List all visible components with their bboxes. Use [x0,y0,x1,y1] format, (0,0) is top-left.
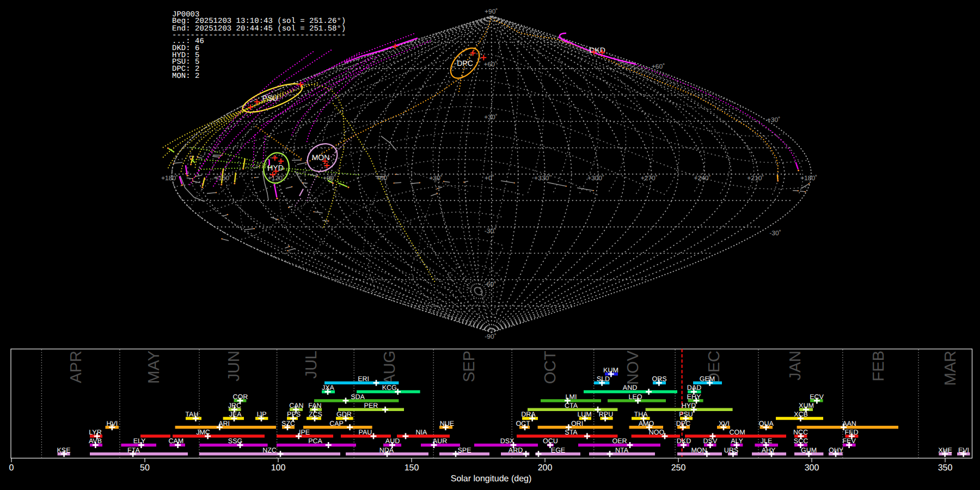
svg-text:FEB: FEB [870,351,887,381]
svg-text:+210˚: +210˚ [747,174,764,182]
svg-text:+0˚: +0˚ [485,174,494,182]
svg-text:50: 50 [140,463,150,473]
svg-text:300: 300 [805,463,819,473]
svg-text:+60˚: +60˚ [652,63,665,70]
svg-text:DRA: DRA [521,411,536,418]
svg-text:KCG: KCG [382,384,397,391]
svg-text:AUG: AUG [381,351,399,385]
svg-text:350: 350 [938,463,953,473]
svg-text:CAN: CAN [289,402,303,409]
svg-text:NDA: NDA [379,446,394,454]
svg-text:DPC: DPC [457,59,473,68]
svg-text:JRC: JRC [228,402,241,409]
svg-text:MAR: MAR [942,351,959,385]
svg-text:+300˚: +300˚ [587,174,604,182]
svg-text:SEP: SEP [461,351,478,382]
svg-text:JEA: JEA [229,411,242,418]
svg-text:PPS: PPS [287,411,301,418]
svg-text:JLE: JLE [761,437,773,445]
svg-text:ORI: ORI [571,420,583,427]
svg-text:-90˚: -90˚ [485,333,496,340]
svg-text:KSE: KSE [57,446,70,454]
svg-text:+90˚: +90˚ [323,174,336,182]
svg-text:LYR: LYR [89,428,101,436]
svg-text:DSX: DSX [500,437,514,445]
svg-text:EGE: EGE [551,446,565,454]
svg-text:NOO: NOO [649,428,665,436]
svg-text:200: 200 [538,463,553,473]
svg-text:+90˚: +90˚ [485,8,498,15]
svg-text:ALY: ALY [731,437,743,445]
svg-text:100: 100 [271,463,286,473]
svg-text:SCC: SCC [794,437,808,445]
svg-text:CTA: CTA [565,402,578,409]
svg-text:SPE: SPE [457,446,471,454]
svg-text:CAM: CAM [169,437,184,445]
svg-text:AVB: AVB [89,437,102,445]
svg-text:DKD: DKD [589,46,605,54]
svg-text:-30˚: -30˚ [485,227,496,235]
svg-text:THA: THA [634,411,648,418]
svg-text:OCU: OCU [543,437,558,445]
svg-text:AMO: AMO [639,420,654,427]
svg-text:PSU: PSU [679,411,693,418]
svg-text:IJP: IJP [257,411,267,418]
svg-text:DAD: DAD [687,384,701,391]
svg-text:+150˚: +150˚ [215,174,231,182]
svg-text:MON: MON [312,153,330,162]
svg-text:+30˚: +30˚ [430,174,443,182]
svg-text:JMC: JMC [196,428,210,436]
svg-text:PER: PER [364,402,378,409]
svg-text:QUA: QUA [759,420,774,427]
svg-text:LUM: LUM [577,411,591,418]
svg-text:FEV: FEV [842,437,856,445]
svg-text:LMI: LMI [566,393,577,401]
svg-text:+180˚: +180˚ [161,174,178,182]
svg-text:ERI: ERI [358,375,369,383]
svg-text:APR: APR [68,351,85,383]
svg-text:OCT: OCT [516,420,530,427]
svg-text:PCA: PCA [308,437,322,445]
svg-text:150: 150 [405,463,419,473]
svg-text:OER: OER [612,437,627,445]
svg-text:+330˚: +330˚ [534,174,551,182]
svg-text:COM: COM [729,428,745,436]
svg-text:AAN: AAN [842,420,856,427]
svg-text:SLD: SLD [597,375,610,383]
svg-text:GEM: GEM [700,375,715,383]
svg-text:XVI: XVI [719,420,730,427]
svg-text:STA: STA [565,428,578,436]
svg-text:ARI: ARI [218,420,230,427]
svg-text:+180˚: +180˚ [800,174,817,182]
svg-text:SDA: SDA [351,393,365,401]
svg-text:NTA: NTA [615,446,629,454]
svg-text:AHY: AHY [762,446,776,454]
svg-text:JUN: JUN [225,351,243,381]
svg-text:XCB: XCB [794,411,808,418]
svg-text:DPC: DPC [676,420,690,427]
svg-text:DKD: DKD [677,437,691,445]
svg-text:+60˚: +60˚ [484,60,497,68]
svg-text:-30˚: -30˚ [769,229,781,237]
svg-text:Solar longitude (deg): Solar longitude (deg) [451,474,532,483]
svg-text:GUM: GUM [801,446,817,454]
svg-text:FAN: FAN [308,402,321,409]
svg-text:NUE: NUE [440,420,454,427]
svg-text:CAP: CAP [329,420,344,427]
svg-text:NCC: NCC [793,428,808,436]
svg-text:+60˚: +60˚ [376,174,389,182]
svg-text:JXA: JXA [322,384,335,391]
svg-text:XHE: XHE [938,446,952,454]
svg-text:SZC: SZC [281,420,295,427]
svg-text:AUD: AUD [385,437,400,445]
svg-text:IPE: IPE [299,428,310,436]
svg-text:HYD: HYD [682,402,696,409]
svg-text:+270˚: +270˚ [641,174,658,182]
svg-text:DSV: DSV [703,437,718,445]
svg-text:JUL: JUL [303,351,320,379]
svg-text:GDR: GDR [336,411,352,418]
svg-text:TAH: TAH [185,411,198,418]
svg-text:250: 250 [671,463,686,473]
svg-text:OHY: OHY [829,446,844,454]
svg-text:+120˚: +120˚ [268,174,285,182]
